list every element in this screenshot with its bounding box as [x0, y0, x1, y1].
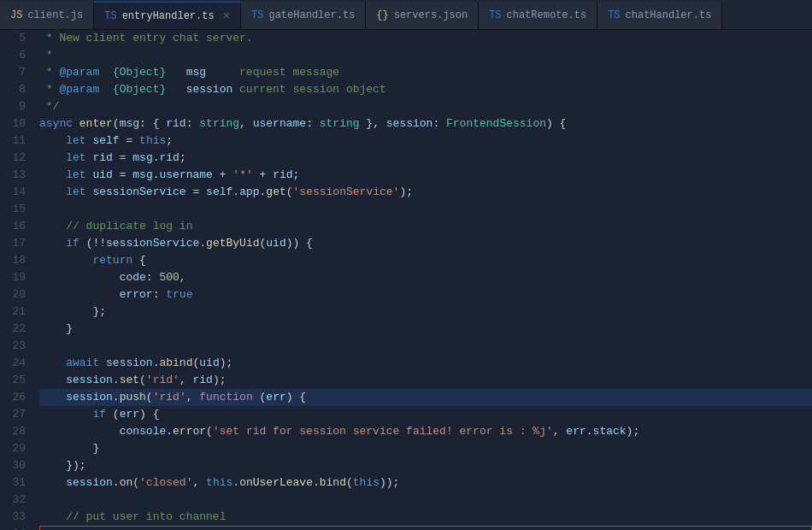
- code-line: *: [39, 47, 812, 64]
- tab-bar: JS client.js TS entryHandler.ts × TS gat…: [0, 0, 812, 30]
- tab-gate-handler[interactable]: TS gateHandler.ts: [241, 2, 366, 29]
- line-number: 21: [7, 303, 26, 321]
- tab-chat-handler[interactable]: TS chatHandler.ts: [597, 2, 722, 29]
- tab-icon-ts: TS: [104, 10, 116, 22]
- editor-container: JS client.js TS entryHandler.ts × TS gat…: [0, 0, 812, 530]
- code-line: * @param {Object} session current sessio…: [39, 81, 812, 98]
- tab-close-icon[interactable]: ×: [223, 10, 230, 22]
- tab-icon-json: {}: [376, 9, 388, 21]
- code-line: // duplicate log in: [39, 218, 812, 235]
- line-number: 11: [7, 132, 26, 150]
- code-line: return {: [39, 252, 812, 269]
- line-number: 15: [7, 201, 26, 218]
- tab-label: servers.json: [394, 9, 468, 21]
- line-number: 28: [7, 423, 26, 440]
- code-line: [39, 338, 812, 355]
- line-number: 31: [7, 474, 26, 492]
- code-line: async enter(msg: { rid: string, username…: [39, 115, 812, 132]
- tab-label: gateHandler.ts: [268, 9, 355, 21]
- code-line: [39, 201, 812, 218]
- code-line: let uid = msg.username + '*' + rid;: [39, 167, 812, 184]
- line-number: 14: [7, 184, 26, 201]
- tab-label: chatHandler.ts: [626, 9, 712, 21]
- code-line: session.push('rid', function (err) {: [39, 389, 812, 406]
- line-number: 32: [7, 492, 26, 509]
- code-area: 5678910111213141516171819202122232425262…: [0, 30, 812, 530]
- code-line: */: [39, 98, 812, 115]
- line-number: 26: [7, 389, 26, 406]
- tab-icon-ts: TS: [489, 9, 501, 21]
- code-line: console.error('set rid for session servi…: [39, 423, 812, 440]
- line-number: 19: [7, 269, 26, 286]
- code-line: session.set('rid', rid);: [39, 372, 812, 389]
- line-number: 7: [7, 64, 26, 81]
- tab-chat-remote[interactable]: TS chatRemote.ts: [479, 2, 597, 29]
- line-number: 29: [7, 440, 26, 457]
- line-number: 20: [7, 286, 26, 303]
- code-line: code: 500,: [39, 269, 812, 286]
- code-line: if (err) {: [39, 406, 812, 423]
- tab-entry-handler[interactable]: TS entryHandler.ts ×: [94, 2, 241, 29]
- code-line: * @param {Object} msg request message: [39, 64, 812, 81]
- line-number: 24: [7, 355, 26, 372]
- code-line: if (!!sessionService.getByUid(uid)) {: [39, 235, 812, 252]
- code-line: session.on('closed', this.onUserLeave.bi…: [39, 474, 812, 492]
- tab-icon-ts: TS: [251, 9, 263, 21]
- line-number: 8: [7, 81, 26, 98]
- line-number: 18: [7, 252, 26, 269]
- line-number: 23: [7, 338, 26, 355]
- tab-label: chatRemote.ts: [507, 9, 587, 21]
- code-line: }: [39, 440, 812, 457]
- code-line: let sessionService = self.app.get('sessi…: [39, 184, 812, 201]
- code-line: let users = await self.app.rpc.chat.chat…: [39, 526, 812, 530]
- line-number: 27: [7, 406, 26, 423]
- line-number: 13: [7, 167, 26, 184]
- tab-label: client.js: [27, 9, 83, 21]
- line-number: 30: [7, 457, 26, 474]
- code-line: };: [39, 303, 812, 321]
- line-number: 12: [7, 150, 26, 167]
- code-line: // put user into channel: [39, 509, 812, 526]
- tab-servers-json[interactable]: {} servers.json: [366, 2, 479, 29]
- code-line: });: [39, 457, 812, 474]
- code-line: [39, 492, 812, 509]
- code-line: let self = this;: [39, 132, 812, 150]
- code-line: await session.abind(uid);: [39, 355, 812, 372]
- line-number: 34: [7, 526, 26, 530]
- line-number: 33: [7, 509, 26, 526]
- tab-icon-js: JS: [10, 9, 22, 21]
- line-numbers: 5678910111213141516171819202122232425262…: [0, 30, 32, 530]
- tab-label: entryHandler.ts: [122, 10, 215, 22]
- line-number: 17: [7, 235, 26, 252]
- line-number: 16: [7, 218, 26, 235]
- line-number: 5: [7, 30, 26, 47]
- line-number: 9: [7, 98, 26, 115]
- code-line: error: true: [39, 286, 812, 303]
- line-number: 22: [7, 321, 26, 338]
- line-number: 10: [7, 115, 26, 132]
- code-line: }: [39, 321, 812, 338]
- line-number: 6: [7, 47, 26, 64]
- code-line: * New client entry chat server.: [39, 30, 812, 47]
- code-lines[interactable]: * New client entry chat server. * * @par…: [32, 30, 812, 530]
- tab-client-js[interactable]: JS client.js: [0, 2, 94, 29]
- tab-icon-ts: TS: [608, 9, 620, 21]
- code-line: let rid = msg.rid;: [39, 150, 812, 167]
- line-number: 25: [7, 372, 26, 389]
